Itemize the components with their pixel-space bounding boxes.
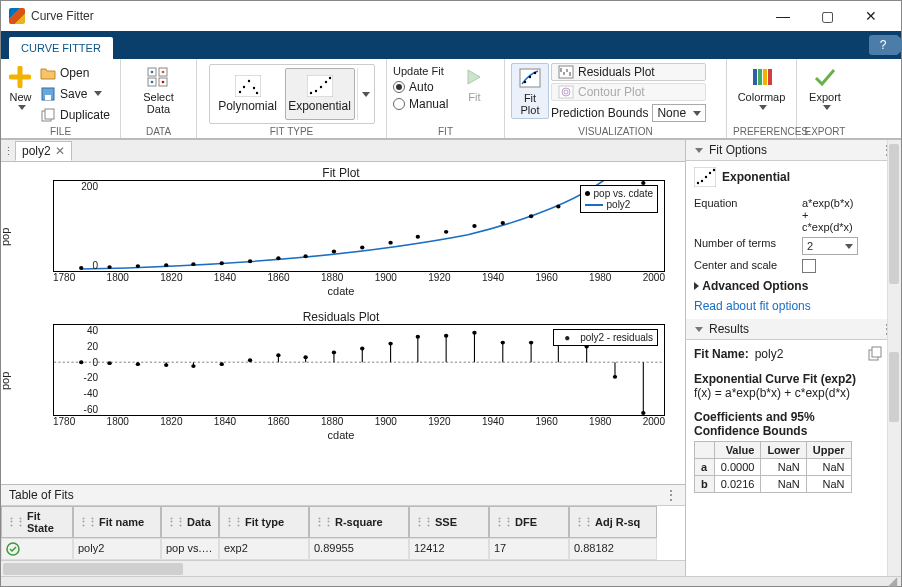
- col-fittype[interactable]: ⋮⋮Fit type: [219, 506, 309, 538]
- line-icon: [585, 204, 603, 206]
- residuals-icon: [558, 65, 574, 79]
- export-button[interactable]: Export: [803, 63, 847, 112]
- residuals-plot-toggle[interactable]: Residuals Plot: [551, 63, 706, 81]
- fit-type-gallery: Polynomial Exponential: [209, 64, 375, 124]
- fit-name-value: poly2: [755, 347, 784, 361]
- col-fitname[interactable]: ⋮⋮Fit name: [73, 506, 161, 538]
- help-button[interactable]: ?: [869, 35, 897, 55]
- fit-plot-toggle[interactable]: Fit Plot: [511, 63, 549, 119]
- svg-point-43: [164, 263, 168, 267]
- save-button[interactable]: Save: [36, 84, 114, 103]
- collapse-icon[interactable]: [695, 327, 703, 332]
- col-data[interactable]: ⋮⋮Data: [161, 506, 219, 538]
- play-icon: [462, 65, 486, 89]
- advanced-options-toggle[interactable]: Advanced Options: [694, 279, 883, 293]
- close-button[interactable]: ✕: [849, 2, 893, 30]
- center-scale-checkbox[interactable]: [802, 259, 816, 273]
- svg-rect-37: [758, 69, 762, 85]
- chevron-down-icon: [94, 91, 102, 96]
- coef-table: Value Lower Upper a 0.0000 NaN NaN b 0.0…: [694, 441, 852, 493]
- chevron-down-icon: [693, 111, 701, 116]
- exponential-icon: [694, 167, 716, 187]
- collapse-icon[interactable]: [695, 148, 703, 153]
- svg-point-15: [247, 80, 249, 82]
- fit-type-exponential[interactable]: Exponential: [285, 68, 355, 120]
- col-dfe[interactable]: ⋮⋮DFE: [489, 506, 569, 538]
- svg-point-19: [309, 92, 311, 94]
- col-adjrsq[interactable]: ⋮⋮Adj R-sq: [569, 506, 657, 538]
- svg-point-87: [191, 364, 195, 368]
- open-button[interactable]: Open: [36, 63, 114, 82]
- new-button[interactable]: New: [7, 63, 34, 112]
- fit-plot-legend: pop vs. cdate poly2: [580, 185, 658, 213]
- copy-icon[interactable]: [867, 346, 883, 362]
- svg-point-106: [697, 182, 699, 184]
- chevron-down-icon: [362, 92, 370, 97]
- svg-point-27: [534, 72, 536, 74]
- doc-tabs: ⋮ poly2 ✕: [1, 140, 685, 162]
- colormap-button[interactable]: Colormap: [735, 63, 789, 112]
- fits-table: ⋮⋮Fit State ⋮⋮Fit name ⋮⋮Data ⋮⋮Fit type…: [1, 506, 685, 560]
- svg-point-110: [713, 169, 715, 171]
- fit-options-title: Fit Options: [709, 143, 767, 157]
- cell-dfe[interactable]: 17: [489, 538, 569, 560]
- tab-menu-icon[interactable]: ⋮: [1, 149, 15, 153]
- radio-auto[interactable]: Auto: [393, 80, 448, 94]
- panel-menu-icon[interactable]: ⋮: [665, 488, 677, 502]
- nterms-select[interactable]: 2: [802, 237, 858, 255]
- tab-curve-fitter[interactable]: CURVE FITTER: [9, 37, 113, 59]
- fit-plot-ylabel: pop: [1, 228, 11, 246]
- svg-point-11: [161, 81, 164, 84]
- right-scrollbar[interactable]: [887, 140, 901, 576]
- duplicate-icon: [40, 107, 56, 123]
- svg-point-20: [314, 90, 316, 92]
- col-fitstate[interactable]: ⋮⋮Fit State: [1, 506, 73, 538]
- titlebar: Curve Fitter ― ▢ ✕: [1, 1, 901, 31]
- col-sse[interactable]: ⋮⋮SSE: [409, 506, 489, 538]
- cell-data[interactable]: pop vs.…: [161, 538, 219, 560]
- read-about-link[interactable]: Read about fit options: [694, 299, 811, 313]
- close-icon[interactable]: ✕: [55, 144, 65, 158]
- svg-point-55: [501, 221, 505, 225]
- svg-point-96: [444, 334, 448, 338]
- cell-rsq[interactable]: 0.89955: [309, 538, 409, 560]
- polynomial-icon: [235, 75, 261, 97]
- cell-fitname[interactable]: poly2: [73, 538, 161, 560]
- maximize-button[interactable]: ▢: [805, 2, 849, 30]
- left-pane: ⋮ poly2 ✕ Fit Plot pop 200 0: [1, 140, 685, 576]
- residuals-plot-xlabel: cdate: [7, 429, 675, 441]
- chevron-down-icon: [759, 105, 767, 110]
- cell-fitstate[interactable]: [1, 538, 73, 560]
- svg-point-10: [150, 81, 153, 84]
- table-h-scrollbar[interactable]: [1, 560, 685, 576]
- svg-point-86: [164, 363, 168, 367]
- radio-icon: [393, 81, 405, 93]
- colormap-icon: [750, 65, 774, 89]
- fit-options-section: Exponential Equation a*exp(b*x) + c*exp(…: [686, 161, 901, 319]
- fit-type-polynomial[interactable]: Polynomial: [213, 68, 283, 120]
- svg-point-44: [191, 262, 195, 266]
- radio-manual[interactable]: Manual: [393, 97, 448, 111]
- residuals-plot-legend: ●poly2 - residuals: [553, 329, 658, 346]
- duplicate-button[interactable]: Duplicate: [36, 105, 114, 124]
- resize-grip-icon[interactable]: ◢: [888, 574, 897, 587]
- contour-plot-toggle[interactable]: Contour Plot: [551, 83, 706, 101]
- svg-point-51: [388, 241, 392, 245]
- contour-icon: [558, 85, 574, 99]
- minimize-button[interactable]: ―: [761, 2, 805, 30]
- update-fit-label: Update Fit: [393, 65, 448, 77]
- chevron-down-icon: [18, 105, 26, 110]
- svg-point-56: [529, 214, 533, 218]
- fit-type-more-button[interactable]: [357, 68, 371, 120]
- cell-sse[interactable]: 12412: [409, 538, 489, 560]
- doc-tab-poly2[interactable]: poly2 ✕: [15, 141, 72, 161]
- fit-plot-xticks: 1780180018201840186018801900192019401960…: [53, 272, 665, 283]
- cell-fittype[interactable]: exp2: [219, 538, 309, 560]
- prediction-bounds-select[interactable]: None: [652, 104, 706, 122]
- cell-adjrsq[interactable]: 0.88182: [569, 538, 657, 560]
- fit-button[interactable]: Fit: [459, 63, 489, 105]
- col-rsq[interactable]: ⋮⋮R-square: [309, 506, 409, 538]
- equation-value: a*exp(b*x) + c*exp(d*x): [802, 197, 853, 233]
- group-label-viz: VISUALIZATION: [511, 125, 720, 137]
- select-data-button[interactable]: Select Data: [137, 63, 181, 117]
